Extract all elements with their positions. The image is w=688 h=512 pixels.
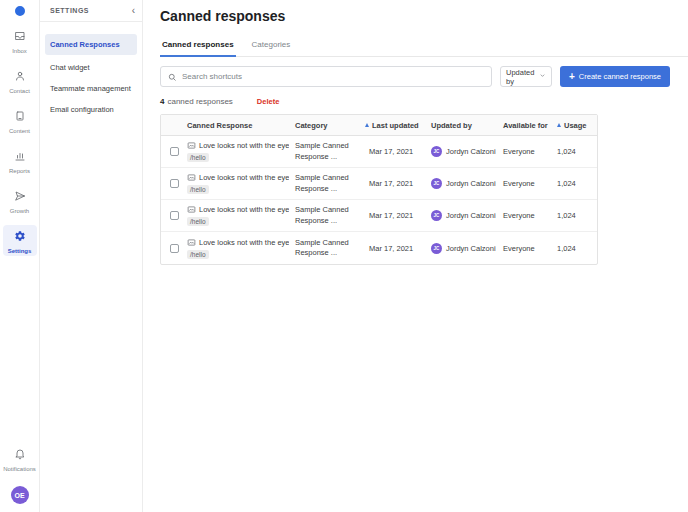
tab-canned-responses[interactable]: Canned responses xyxy=(160,36,236,57)
column-header-category: Category xyxy=(295,121,365,130)
rail-item-reports[interactable]: Reports xyxy=(3,145,37,176)
response-cell: Love looks not with the eyes ... /hello xyxy=(187,238,295,259)
updated-by-name: Jordyn Calzoni xyxy=(446,244,496,253)
updated-by-name: Jordyn Calzoni xyxy=(446,179,496,188)
category-cell: Sample Canned Response ... xyxy=(295,238,365,258)
updated-by-name: Jordyn Calzoni xyxy=(446,211,496,220)
settings-nav-item-chat-widget[interactable]: Chat widget xyxy=(40,57,142,78)
summary-text: 4canned responses xyxy=(160,97,233,106)
response-title: Love looks not with the eyes ... xyxy=(199,173,289,182)
table-row[interactable]: Love looks not with the eyes ... /hello … xyxy=(161,200,597,232)
page-title: Canned responses xyxy=(160,8,670,24)
column-header-canned-response: Canned Response xyxy=(187,121,295,130)
updated-by-filter[interactable]: Updated by xyxy=(500,66,552,87)
updated-by-cell: JC Jordyn Calzoni xyxy=(431,146,503,157)
rail-item-label: Contact xyxy=(9,88,30,94)
available-for-cell: Everyone xyxy=(503,147,557,156)
last-updated-cell: Mar 17, 2021 xyxy=(365,179,431,188)
updated-by-filter-label: Updated by xyxy=(506,68,539,86)
response-title: Love looks not with the eyes ... xyxy=(199,238,289,247)
rail-bottom: Notifications OE xyxy=(3,434,37,504)
usage-cell: 1,024 xyxy=(557,179,597,188)
settings-panel: SETTINGS ‹ Canned Responses Chat widget … xyxy=(40,0,143,512)
column-header-usage[interactable]: Usage xyxy=(557,121,597,130)
create-button-label: Create canned response xyxy=(579,72,661,81)
available-for-cell: Everyone xyxy=(503,211,557,220)
settings-panel-title: SETTINGS xyxy=(50,7,89,14)
row-checkbox[interactable] xyxy=(170,147,179,156)
brand-logo-icon[interactable] xyxy=(15,6,25,16)
shortcut-chip: /hello xyxy=(187,185,209,194)
row-checkbox[interactable] xyxy=(170,179,179,188)
usage-cell: 1,024 xyxy=(557,147,597,156)
table-row[interactable]: Love looks not with the eyes ... /hello … xyxy=(161,136,597,168)
settings-nav-item-canned-responses[interactable]: Canned Responses xyxy=(45,34,137,55)
row-checkbox-cell xyxy=(161,211,187,220)
rail-item-settings[interactable]: Settings xyxy=(3,225,37,256)
rail-item-notifications[interactable]: Notifications xyxy=(3,443,37,474)
inbox-icon xyxy=(14,28,26,46)
create-canned-response-button[interactable]: + Create canned response xyxy=(560,66,670,87)
rail-item-label: Reports xyxy=(9,168,30,174)
table-row[interactable]: Love looks not with the eyes ... /hello … xyxy=(161,168,597,200)
available-for-cell: Everyone xyxy=(503,244,557,253)
rail-item-label: Content xyxy=(9,128,30,134)
search-box xyxy=(160,66,492,87)
table-body: Love looks not with the eyes ... /hello … xyxy=(161,136,597,264)
search-icon xyxy=(168,68,177,86)
nav-rail: Inbox Contact Content Reports Growth Set… xyxy=(0,0,40,512)
image-icon xyxy=(187,238,196,247)
settings-nav-item-teammate-management[interactable]: Teammate management xyxy=(40,78,142,99)
tab-categories[interactable]: Categories xyxy=(250,36,293,56)
usage-cell: 1,024 xyxy=(557,211,597,220)
rail-item-inbox[interactable]: Inbox xyxy=(3,25,37,56)
table-header: Canned Response Category Last updated Up… xyxy=(161,115,597,136)
summary-count: 4 xyxy=(160,97,164,106)
row-checkbox[interactable] xyxy=(170,244,179,253)
gear-icon xyxy=(14,228,26,246)
search-input[interactable] xyxy=(182,72,484,81)
rail-item-contact[interactable]: Contact xyxy=(3,65,37,96)
settings-nav-item-email-configuration[interactable]: Email configuration xyxy=(40,99,142,120)
toolbar: Updated by + Create canned response xyxy=(160,66,670,87)
main-content: Canned responses Canned responses Catego… xyxy=(143,0,688,512)
rail-item-content[interactable]: Content xyxy=(3,105,37,136)
rail-item-label: Notifications xyxy=(3,466,36,472)
sort-ascending-icon xyxy=(557,123,561,127)
response-title: Love looks not with the eyes ... xyxy=(199,205,289,214)
row-checkbox[interactable] xyxy=(170,211,179,220)
settings-panel-header: SETTINGS ‹ xyxy=(40,0,142,22)
rail-item-label: Settings xyxy=(8,248,32,254)
rail-item-label: Inbox xyxy=(12,48,27,54)
user-avatar: JC xyxy=(431,146,442,157)
image-icon xyxy=(187,173,196,182)
response-cell: Love looks not with the eyes ... /hello xyxy=(187,173,295,194)
shortcut-chip: /hello xyxy=(187,250,209,259)
column-header-last-updated[interactable]: Last updated xyxy=(365,121,431,130)
collapse-panel-icon[interactable]: ‹ xyxy=(132,7,135,14)
canned-responses-table: Canned Response Category Last updated Up… xyxy=(160,114,598,265)
column-header-updated-by: Updated by xyxy=(431,121,503,130)
delete-button[interactable]: Delete xyxy=(257,97,280,106)
last-updated-cell: Mar 17, 2021 xyxy=(365,211,431,220)
column-header-available-for: Available for xyxy=(503,121,557,130)
user-avatar[interactable]: OE xyxy=(11,486,29,504)
shortcut-chip: /hello xyxy=(187,153,209,162)
category-cell: Sample Canned Response ... xyxy=(295,141,365,161)
plus-icon: + xyxy=(569,72,575,82)
updated-by-cell: JC Jordyn Calzoni xyxy=(431,210,503,221)
sort-ascending-icon xyxy=(365,123,369,127)
image-icon xyxy=(187,205,196,214)
row-checkbox-cell xyxy=(161,179,187,188)
response-title: Love looks not with the eyes ... xyxy=(199,141,289,150)
shortcut-chip: /hello xyxy=(187,217,209,226)
usage-cell: 1,024 xyxy=(557,244,597,253)
response-cell: Love looks not with the eyes ... /hello xyxy=(187,205,295,226)
updated-by-cell: JC Jordyn Calzoni xyxy=(431,178,503,189)
updated-by-name: Jordyn Calzoni xyxy=(446,147,496,156)
rail-item-growth[interactable]: Growth xyxy=(3,185,37,216)
category-cell: Sample Canned Response ... xyxy=(295,173,365,193)
table-row[interactable]: Love looks not with the eyes ... /hello … xyxy=(161,232,597,264)
rail-item-label: Growth xyxy=(10,208,29,214)
chevron-down-icon xyxy=(539,72,546,81)
